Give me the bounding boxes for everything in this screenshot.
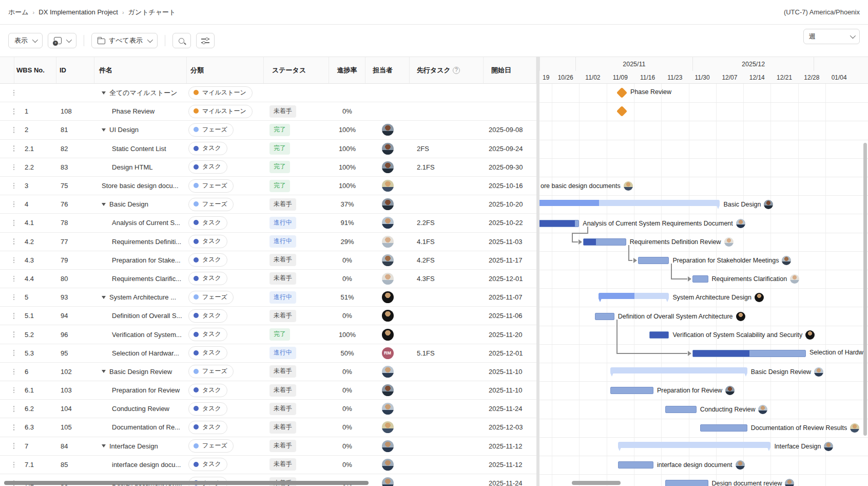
task-bar[interactable] [700,424,747,432]
cell-category: タスク [187,233,264,251]
show-all-button[interactable]: すべて表示 [91,33,158,48]
task-bar[interactable] [595,313,614,320]
milestone-diamond[interactable] [616,106,627,117]
table-row: 593System Architecture ...フェーズ進行中51%2025… [0,288,536,307]
phase-bar[interactable] [599,293,669,299]
task-name[interactable]: interface design docu... [112,461,181,469]
column-header-name[interactable]: 件名 [94,57,187,83]
cell-assignee [365,325,410,343]
task-bar[interactable] [583,238,626,246]
gantt-bar-label: Requirements Clarification [712,274,800,284]
collapse-arrow-icon[interactable] [102,203,106,206]
category-dot-icon [194,424,199,429]
task-name[interactable]: Conducting Review [112,405,169,413]
task-bar[interactable] [665,480,708,486]
task-name[interactable]: Requirements Clarific... [112,275,181,283]
phase-bar[interactable] [610,367,747,373]
task-name[interactable]: Preparation for Stake... [112,256,181,264]
help-icon[interactable]: ? [453,67,460,74]
collapse-arrow-icon[interactable] [102,370,106,373]
task-name[interactable]: Verification of System... [112,331,182,339]
cell-progress: 91% [329,214,365,232]
cell-wbs: 7.1 [14,456,56,474]
progress-value: 0% [342,107,352,115]
cell-assignee [365,363,410,381]
task-bar[interactable] [610,387,653,394]
task-name[interactable]: Preparation for Review [112,386,180,394]
display-button[interactable]: 表示 [8,33,43,48]
column-header-category[interactable]: 分類 [187,57,264,83]
task-bar-progress [539,220,575,227]
task-bar[interactable] [692,350,806,357]
timeline-week-label: 19 [543,74,549,83]
milestone-diamond[interactable] [616,87,627,98]
task-name[interactable]: Static Content List [112,145,166,153]
task-name[interactable]: System Architecture ... [109,293,176,301]
cell-start-value: 2025-11-10 [489,386,523,394]
collapse-arrow-icon[interactable] [102,128,106,132]
task-name[interactable]: Selection of Hardwar... [112,349,179,357]
collapse-arrow-icon[interactable] [102,296,106,299]
collapse-arrow-icon[interactable] [102,91,106,95]
gantt-hscrollbar[interactable] [572,481,621,485]
gantt-bar-label-text: Documentation of Review Results [751,424,847,432]
column-header-progress[interactable]: 進捗率 [329,57,365,83]
column-header-status[interactable]: ステータス [264,57,329,83]
timeline-month-label: 2025/12 [692,57,814,71]
task-name[interactable]: Documentation of Re... [112,423,180,431]
search-button[interactable] [172,33,191,48]
task-bar[interactable] [638,257,669,264]
phase-bar[interactable] [539,200,720,206]
task-name[interactable]: Store basic design docu... [102,182,179,190]
column-header-label: ID [60,66,66,74]
collapse-arrow-icon[interactable] [102,444,106,447]
task-name[interactable]: Requirements Definiti... [112,238,181,246]
gantt-row-line [539,326,868,326]
task-name[interactable]: UI Design [109,126,139,134]
assignee-avatar [782,256,791,265]
gantt-row-line [539,270,868,270]
breadcrumb-project[interactable]: DX Implementation Project [38,8,118,16]
cell-id-value: 94 [61,312,68,320]
timescale-select[interactable]: 週 [803,29,860,44]
show-all-label: すべて表示 [109,36,143,45]
cell-status: 進行中 [264,344,329,362]
add-item-button[interactable] [48,33,76,48]
vertical-scrollbar[interactable] [863,143,867,436]
category-label: マイルストーン [202,88,246,97]
category-badge: タスク [188,384,227,397]
task-bar[interactable] [649,331,669,339]
cell-progress: 100% [329,121,365,139]
progress-value: 0% [342,405,352,413]
category-label: タスク [202,330,221,339]
task-bar[interactable] [539,220,579,227]
task-name[interactable]: Design HTML [112,163,152,171]
task-name[interactable]: Basic Design [109,200,148,208]
progress-value: 0% [342,386,352,394]
task-bar[interactable] [618,461,653,469]
column-header-pred[interactable]: 先行タスク? [410,57,484,83]
cell-wbs: 4.2 [14,233,56,251]
column-header-id[interactable]: ID [56,57,94,83]
task-name[interactable]: Definition of Overall S... [112,312,182,320]
task-name[interactable]: Interface Design [109,442,158,450]
task-name[interactable]: 全てのマイルストーン [109,88,177,98]
column-header-start[interactable]: 開始日 [484,57,536,83]
filter-button[interactable] [196,33,215,48]
task-bar-progress [650,332,668,338]
task-name[interactable]: Analysis of Current S... [112,219,180,227]
cell-id: 93 [56,288,94,306]
phase-bar[interactable] [618,442,770,448]
task-bar[interactable] [692,275,708,283]
gantt-gridline [579,84,580,486]
dependency-arrow-icon [688,276,691,282]
task-name[interactable]: Basic Design Review [109,368,172,376]
task-bar[interactable] [665,406,697,413]
breadcrumb-home[interactable]: ホーム [8,8,29,17]
column-header-wbs[interactable]: WBS No. [14,57,56,83]
cell-category: タスク [187,214,264,232]
task-name[interactable]: Phase Review [112,107,155,115]
cell-start: 2025-11-06 [484,307,536,325]
table-hscrollbar[interactable] [4,481,369,485]
column-header-assignee[interactable]: 担当者 [365,57,410,83]
